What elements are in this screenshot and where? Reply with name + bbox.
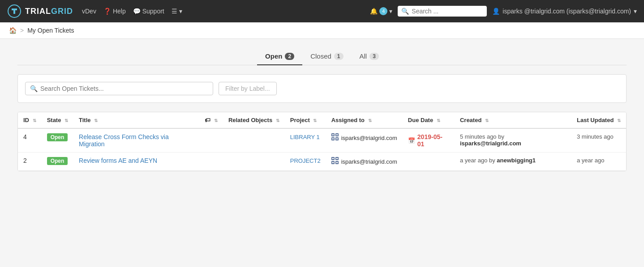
created-by-label: anewbigging1: [497, 157, 536, 164]
cell-created: a year ago by anewbigging1: [455, 153, 571, 171]
sort-icon: ⇅: [617, 118, 621, 123]
cell-state: Open: [42, 128, 73, 153]
svg-rect-1: [332, 134, 334, 136]
ticket-search-input[interactable]: [40, 85, 208, 92]
assigned-user-label: isparks@trialgrid.com: [341, 135, 397, 141]
cell-title: Review forms AE and AEYN: [73, 153, 199, 171]
cell-tags: [199, 153, 223, 171]
col-created[interactable]: Created ⇅: [455, 112, 571, 128]
col-last-updated[interactable]: Last Updated ⇅: [571, 112, 626, 128]
home-icon: 🏠: [9, 27, 17, 34]
svg-rect-8: [336, 161, 338, 164]
created-by-label: isparks@trialgrid.com: [460, 140, 521, 147]
ticket-title-link[interactable]: Review forms AE and AEYN: [79, 157, 157, 164]
sort-icon: ⇅: [33, 118, 36, 123]
ticket-tabs: Open 2 Closed 1 All 3: [17, 48, 627, 65]
cell-due-date: 📅2019-05-01: [403, 128, 455, 153]
project-link[interactable]: LIBRARY 1: [290, 134, 320, 140]
svg-rect-5: [332, 157, 334, 160]
col-related[interactable]: Related Objects ⇅: [223, 112, 285, 128]
cell-assigned: isparks@trialgrid.com: [326, 153, 403, 171]
tickets-table-container: ID ⇅ State ⇅ Title ⇅ 🏷 ⇅ Related Objects…: [17, 112, 627, 171]
chevron-down-icon: ▾: [389, 8, 392, 15]
tab-closed-label: Closed: [310, 52, 331, 60]
menu-link[interactable]: ☰ ▾: [172, 8, 182, 15]
table-header-row: ID ⇅ State ⇅ Title ⇅ 🏷 ⇅ Related Objects…: [18, 112, 626, 128]
chevron-down-icon: ▾: [634, 8, 637, 15]
breadcrumb-home[interactable]: 🏠: [9, 27, 17, 34]
navbar-right: 🔔 4 ▾ 🔍 👤 isparks @trialgrid.com (ispark…: [370, 6, 637, 17]
col-id[interactable]: ID ⇅: [18, 112, 42, 128]
notification-bell[interactable]: 🔔 4 ▾: [370, 7, 392, 15]
cell-id: 4: [18, 128, 42, 153]
project-link[interactable]: PROJECT2: [290, 157, 321, 164]
brand-name: TRIALGRID: [25, 7, 73, 16]
chevron-down-icon: ▾: [179, 8, 182, 15]
search-icon: 🔍: [30, 85, 38, 92]
tag-icon: 🏷: [205, 117, 210, 123]
tab-all[interactable]: All 3: [352, 48, 387, 65]
svg-rect-3: [332, 138, 334, 140]
label-filter[interactable]: Filter by Label...: [219, 82, 277, 95]
sort-icon: ⇅: [368, 118, 372, 123]
assigned-user-label: isparks@trialgrid.com: [341, 158, 397, 165]
assigned-user-icon: [331, 157, 339, 166]
user-label: isparks @trialgrid.com (isparks@trialgri…: [502, 8, 631, 15]
col-title[interactable]: Title ⇅: [73, 112, 199, 128]
sort-icon: ⇅: [64, 118, 68, 123]
user-icon: 👤: [492, 8, 500, 15]
col-assigned[interactable]: Assigned to ⇅: [326, 112, 403, 128]
tab-open-label: Open: [265, 52, 282, 60]
cell-assigned: isparks@trialgrid.com: [326, 128, 403, 153]
table-row: 2OpenReview forms AE and AEYNPROJECT2isp…: [18, 153, 626, 171]
assigned-user-icon: [331, 133, 339, 142]
cell-last-updated: a year ago: [571, 153, 626, 171]
cell-related: [223, 128, 285, 153]
state-badge: Open: [47, 157, 68, 165]
cell-id: 2: [18, 153, 42, 171]
tab-open-count: 2: [285, 53, 294, 60]
tab-all-label: All: [360, 52, 367, 60]
question-icon: ❓: [103, 8, 111, 15]
global-search-box: 🔍: [398, 6, 487, 17]
col-tags[interactable]: 🏷 ⇅: [199, 112, 223, 128]
cell-tags: [199, 128, 223, 153]
search-icon: 🔍: [401, 8, 409, 15]
cell-last-updated: 3 minutes ago: [571, 128, 626, 153]
cell-project: LIBRARY 1: [285, 128, 326, 153]
global-search-input[interactable]: [412, 8, 483, 15]
chat-icon: 💬: [133, 8, 141, 15]
cell-state: Open: [42, 153, 73, 171]
navbar-links: vDev ❓ Help 💬 Support ☰ ▾: [82, 8, 361, 15]
cell-related: [223, 153, 285, 171]
due-date-value: 2019-05-01: [417, 133, 449, 148]
trialgrid-logo: [7, 4, 21, 18]
col-state[interactable]: State ⇅: [42, 112, 73, 128]
breadcrumb: 🏠 > My Open Tickets: [0, 22, 644, 39]
ticket-title-link[interactable]: Release Cross Form Checks via Migration: [79, 133, 169, 148]
tab-closed-count: 1: [334, 53, 343, 60]
tab-closed[interactable]: Closed 1: [302, 48, 351, 65]
cell-project: PROJECT2: [285, 153, 326, 171]
filter-bar: 🔍 Filter by Label...: [17, 74, 627, 103]
state-badge: Open: [47, 133, 68, 141]
tab-open[interactable]: Open 2: [257, 48, 302, 65]
col-due-date[interactable]: Due Date ⇅: [403, 112, 455, 128]
brand-logo-link[interactable]: TRIALGRID: [7, 4, 73, 18]
sort-icon: ⇅: [437, 118, 440, 123]
svg-rect-2: [336, 134, 338, 136]
navbar: TRIALGRID vDev ❓ Help 💬 Support ☰ ▾ 🔔 4 …: [0, 0, 644, 22]
support-link[interactable]: 💬 Support: [133, 8, 164, 15]
help-link[interactable]: ❓ Help: [103, 8, 126, 15]
bell-icon: 🔔: [370, 8, 378, 15]
menu-icon: ☰: [172, 8, 177, 15]
user-menu[interactable]: 👤 isparks @trialgrid.com (isparks@trialg…: [492, 8, 637, 15]
sort-icon: ⇅: [313, 118, 317, 123]
vdev-link[interactable]: vDev: [82, 8, 96, 15]
breadcrumb-separator: >: [20, 27, 24, 34]
search-filter: 🔍: [25, 82, 213, 95]
col-project[interactable]: Project ⇅: [285, 112, 326, 128]
tickets-table: ID ⇅ State ⇅ Title ⇅ 🏷 ⇅ Related Objects…: [18, 112, 626, 171]
table-row: 4OpenRelease Cross Form Checks via Migra…: [18, 128, 626, 153]
cell-created: 5 minutes ago by isparks@trialgrid.com: [455, 128, 571, 153]
